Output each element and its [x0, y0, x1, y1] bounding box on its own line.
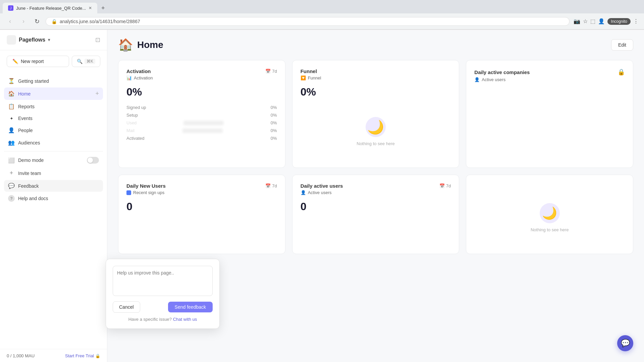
reload-button[interactable]: ↻	[32, 17, 42, 26]
brand-dropdown-icon: ▾	[48, 38, 50, 42]
activation-subtitle-icon: 📊	[126, 75, 132, 80]
audiences-label: Audiences	[18, 140, 40, 145]
feedback-actions: Cancel Send feedback	[113, 301, 213, 313]
new-tab-button[interactable]: +	[99, 5, 108, 12]
empty-card-3-text: Nothing to see here	[531, 227, 569, 232]
activation-card-header: Activation 📅 7d	[126, 68, 277, 74]
search-button[interactable]: 🔍 ⌘K	[72, 56, 100, 67]
funnel-card-value: 0%	[301, 86, 451, 98]
dau-subtitle-text: Active users	[308, 190, 332, 195]
tab-close-btn[interactable]: ✕	[89, 6, 92, 10]
activation-row-3-bar	[183, 121, 224, 125]
dac-card-header: Daily active companies 🔒	[474, 68, 625, 76]
new-report-button[interactable]: ✏️ New report	[7, 56, 69, 67]
invite-team-label: Invite team	[18, 171, 41, 176]
sidebar: Pageflows ▾ ⊡ ✏️ New report 🔍 ⌘K ⏳ Getti…	[0, 30, 107, 362]
active-tab[interactable]: J June - Feature Release_QR Code... ✕	[3, 3, 97, 13]
demo-mode-icon: ⬜	[8, 157, 15, 164]
funnel-empty-icon: 🌙	[366, 117, 386, 137]
add-section-button[interactable]: +	[95, 90, 99, 97]
dac-card-subtitle: 👤 Active users	[474, 77, 625, 82]
sidebar-item-audiences[interactable]: 👥 Audiences	[4, 137, 103, 148]
activation-card: Activation 📅 7d 📊 Activation 0% Signed u…	[118, 60, 285, 168]
search-icon: 🔍	[77, 59, 83, 64]
sidebar-actions: ✏️ New report 🔍 ⌘K	[0, 50, 107, 72]
support-button[interactable]: 💬	[617, 335, 633, 351]
people-icon: 👤	[8, 127, 15, 133]
empty-card-3-content: 🌙 Nothing to see here	[474, 183, 625, 246]
forward-button[interactable]: ›	[19, 17, 28, 26]
dnu-card-header: Daily New Users 📅 7d	[126, 183, 277, 189]
reports-icon: 📋	[8, 103, 15, 110]
page-icon: 🏠	[118, 38, 133, 52]
funnel-subtitle-icon: 🔽	[301, 75, 306, 80]
edit-button[interactable]: Edit	[611, 39, 633, 51]
dnu-calendar-icon: 📅	[265, 183, 271, 188]
demo-mode-toggle[interactable]	[87, 157, 99, 164]
dnu-card-value: 0	[126, 200, 277, 213]
activation-row-5: Activated 0%	[126, 134, 277, 142]
activation-card-title: Activation	[126, 68, 151, 74]
events-icon: ✦	[8, 116, 15, 121]
activation-card-subtitle: 📊 Activation	[126, 75, 277, 80]
sidebar-nav: ⏳ Getting started 🏠 Home + 📋 Reports ✦ E…	[0, 72, 107, 349]
sidebar-item-invite-team[interactable]: + Invite team	[4, 167, 103, 179]
sidebar-item-reports[interactable]: 📋 Reports	[4, 101, 103, 112]
new-report-label: New report	[21, 59, 44, 64]
activation-row-4-bar	[182, 128, 223, 133]
brand-logo[interactable]: Pageflows ▾	[7, 35, 50, 45]
sidebar-item-home[interactable]: 🏠 Home +	[4, 87, 103, 100]
sidebar-item-getting-started[interactable]: ⏳ Getting started	[4, 75, 103, 87]
sidebar-item-people[interactable]: 👤 People	[4, 124, 103, 136]
brand-icon	[7, 35, 16, 45]
sidebar-bottom: 0 / 1,000 MAU Start Free Trial 🔒	[0, 349, 107, 362]
daily-active-companies-card: Daily active companies 🔒 👤 Active users	[466, 60, 633, 168]
dnu-card-title: Daily New Users	[126, 183, 166, 189]
chat-with-us-link[interactable]: Chat with us	[173, 317, 197, 322]
feedback-textarea[interactable]	[113, 266, 213, 296]
activation-card-badge: 📅 7d	[265, 69, 277, 74]
funnel-card-header: Funnel	[301, 68, 451, 74]
app-container: Pageflows ▾ ⊡ ✏️ New report 🔍 ⌘K ⏳ Getti…	[0, 30, 644, 362]
extension-icon[interactable]: ⬚	[590, 18, 595, 24]
home-icon: 🏠	[8, 90, 15, 97]
activation-row-1-label: Signed up	[126, 105, 146, 110]
profile-icon[interactable]: 👤	[598, 18, 605, 24]
menu-icon[interactable]: ⋮	[633, 18, 639, 24]
new-report-icon: ✏️	[12, 59, 18, 64]
audiences-icon: 👥	[8, 139, 15, 146]
sidebar-item-help-docs[interactable]: ? Help and docs	[4, 192, 103, 204]
activation-row-1: Signed up 0%	[126, 104, 277, 111]
funnel-subtitle-text: Funnel	[308, 75, 321, 80]
dnu-badge-text: 7d	[272, 183, 277, 188]
free-trial-button[interactable]: Start Free Trial 🔒	[65, 353, 100, 358]
feedback-issue-text: Have a specific issue? Chat with us	[113, 317, 213, 322]
bookmark-icon[interactable]: ☆	[583, 18, 588, 24]
empty-card-3: 🌙 Nothing to see here	[466, 175, 633, 254]
mau-bar: 0 / 1,000 MAU Start Free Trial 🔒	[7, 353, 100, 358]
feedback-icon: 💬	[8, 183, 15, 189]
dau-card-badge: 📅 7d	[439, 183, 451, 188]
activation-row-3: Used 0%	[126, 119, 277, 127]
back-button[interactable]: ‹	[5, 17, 15, 26]
browser-chrome: J June - Feature Release_QR Code... ✕ + …	[0, 0, 644, 30]
dac-subtitle-text: Active users	[482, 77, 505, 82]
tab-title: June - Feature Release_QR Code...	[16, 6, 86, 11]
sidebar-item-feedback[interactable]: 💬 Feedback	[4, 180, 103, 192]
page-title-area: 🏠 Home	[118, 38, 163, 52]
dau-card-title: Daily active users	[301, 183, 343, 189]
dau-card-value: 0	[301, 200, 451, 213]
activation-row-3-value: 0%	[271, 120, 277, 125]
toggle-knob	[88, 158, 93, 163]
dac-lock-icon: 🔒	[618, 68, 625, 76]
camera-icon[interactable]: 📷	[574, 18, 580, 24]
address-bar[interactable]: 🔒 analytics.june.so/a/14631/home/28867	[46, 17, 570, 26]
sidebar-item-events[interactable]: ✦ Events	[4, 113, 103, 124]
events-label: Events	[18, 116, 33, 121]
sidebar-item-demo-mode[interactable]: ⬜ Demo mode	[4, 154, 103, 166]
send-feedback-button[interactable]: Send feedback	[168, 302, 213, 312]
funnel-card-subtitle: 🔽 Funnel	[301, 75, 451, 80]
cancel-button[interactable]: Cancel	[113, 301, 140, 313]
sidebar-toggle-icon[interactable]: ⊡	[95, 36, 100, 44]
activation-row-2-label: Setup	[126, 113, 138, 118]
